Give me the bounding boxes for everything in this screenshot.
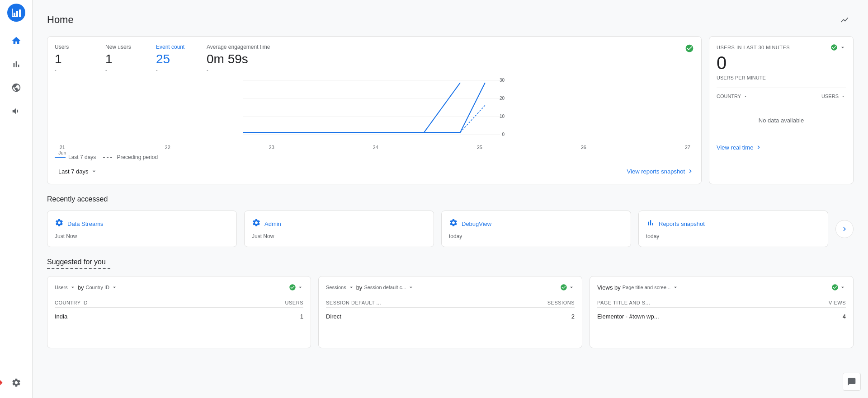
session-default-dropdown-btn[interactable]: Session default c...: [364, 284, 414, 290]
country-sort-icon: [743, 94, 748, 99]
recent-item-data-streams-time: Just Now: [55, 233, 229, 239]
recent-card-reports-snapshot[interactable]: Reports snapshot today: [638, 211, 828, 247]
recent-card-header-1: Data Streams: [55, 218, 229, 229]
recent-card-admin[interactable]: Admin Just Now: [244, 211, 434, 247]
realtime-status[interactable]: [830, 44, 846, 51]
date-range-button[interactable]: Last 7 days: [55, 166, 101, 177]
card2-table-header: SESSION DEFAULT ... SESSIONS: [326, 298, 575, 308]
metric-new-users-sub: -: [105, 67, 142, 73]
metric-new-users-value: 1: [105, 52, 142, 66]
realtime-card: USERS IN LAST 30 MINUTES 0 USERS PER MIN…: [709, 36, 854, 184]
sidebar-item-home[interactable]: [5, 30, 27, 52]
card3-dropdown-icon: [840, 284, 846, 290]
analytics-card-footer: Last 7 days View reports snapshot: [55, 166, 694, 177]
recent-card-header-3: DebugView: [449, 218, 623, 229]
realtime-table-header: COUNTRY USERS: [717, 94, 846, 99]
sidebar-item-advertising[interactable]: [5, 100, 27, 122]
realtime-country-col[interactable]: COUNTRY: [717, 94, 748, 99]
realtime-arrow-icon: [755, 144, 762, 151]
suggested-card-title-2: Sessions by Session default c...: [326, 284, 414, 291]
sidebar-item-admin[interactable]: [5, 372, 27, 393]
suggested-title: Suggested for you: [47, 258, 854, 266]
advertising-icon: [11, 106, 21, 116]
cell-india: India: [55, 313, 67, 320]
suggested-card-title-3: Views by Page title and scree...: [597, 284, 679, 291]
data-streams-icon: [55, 218, 64, 229]
realtime-sublabel: USERS PER MINUTE: [717, 75, 846, 80]
metric-engagement-value: 0m 59s: [207, 52, 270, 66]
recent-item-debugview-time: today: [449, 233, 623, 239]
legend-dashed-line: [103, 157, 114, 158]
feedback-button[interactable]: [843, 373, 861, 391]
x-label-23: 23: [269, 145, 274, 155]
analytics-logo-icon: [11, 7, 22, 18]
page-title-dropdown-btn[interactable]: Page title and scree...: [623, 284, 679, 290]
recent-item-admin-name: Admin: [264, 220, 281, 227]
recent-item-admin-time: Just Now: [252, 233, 426, 239]
realtime-title: USERS IN LAST 30 MINUTES: [717, 45, 790, 50]
sidebar-logo[interactable]: [7, 4, 25, 22]
cell-elementor: Elementor - #town wp...: [597, 313, 659, 320]
x-label-27: 27: [685, 145, 690, 155]
customize-button[interactable]: [835, 11, 854, 29]
card1-check-dropdown[interactable]: [289, 284, 303, 291]
metric-users: Users 1 -: [55, 44, 91, 73]
suggested-section: Suggested for you Users by Country ID: [47, 258, 854, 348]
recent-card-debugview[interactable]: DebugView today: [441, 211, 631, 247]
session-default-dropdown-icon: [408, 284, 414, 290]
recent-item-reports-snapshot-name: Reports snapshot: [659, 220, 705, 227]
admin-icon: [252, 218, 261, 229]
cell-views-4: 4: [843, 313, 846, 320]
metric-engagement: Average engagement time 0m 59s -: [207, 44, 270, 73]
by-label-2: by: [356, 284, 363, 291]
chart-x-labels: 21Jun 22 23 24 25 26 27: [55, 145, 694, 155]
recent-card-data-streams[interactable]: Data Streams Just Now: [47, 211, 237, 247]
users-sort-icon: [840, 94, 846, 99]
realtime-divider: [717, 88, 846, 88]
date-range-label: Last 7 days: [58, 168, 89, 175]
svg-text:30: 30: [500, 78, 505, 83]
sessions-dropdown-btn[interactable]: Sessions: [326, 284, 354, 290]
country-id-dropdown-btn[interactable]: Country ID: [85, 284, 118, 290]
realtime-users-col[interactable]: USERS: [821, 94, 846, 99]
analytics-chart: 30 20 10 0: [55, 78, 694, 141]
chat-button-container: [843, 373, 861, 391]
metric-engagement-sub: -: [207, 67, 270, 73]
metric-new-users: New users 1 -: [105, 44, 142, 73]
chevron-right-icon: [840, 225, 849, 233]
card2-check-dropdown[interactable]: [560, 284, 575, 291]
red-arrow-icon: [0, 378, 5, 387]
suggested-card-header-1: Users by Country ID: [55, 284, 303, 291]
chevron-down-small-icon: [840, 44, 846, 51]
recent-card-header-4: Reports snapshot: [646, 218, 821, 229]
users-dropdown-btn[interactable]: Users: [55, 284, 76, 290]
sidebar-item-explore[interactable]: [5, 77, 27, 98]
card1-table-header: COUNTRY ID USERS: [55, 298, 303, 308]
page-title-dropdown-icon: [672, 284, 679, 290]
analytics-card: Users 1 - New users 1 - Event count 25 -…: [47, 36, 702, 184]
legend-solid-line: [55, 157, 66, 158]
settings-icon: [11, 378, 21, 388]
recent-item-data-streams-name: Data Streams: [67, 220, 103, 227]
recent-cards-row: Data Streams Just Now Admin Just Now: [47, 211, 854, 247]
table-row: India 1: [55, 311, 303, 322]
suggested-title-text: Suggested for you: [47, 258, 106, 266]
x-label-25: 25: [477, 145, 482, 155]
cards-row: Users 1 - New users 1 - Event count 25 -…: [47, 36, 854, 184]
view-reports-link[interactable]: View reports snapshot: [627, 168, 694, 175]
chart-container: 30 20 10 0: [55, 78, 694, 150]
card1-dropdown-icon: [297, 284, 303, 290]
sessions-label: Sessions: [326, 285, 346, 290]
card3-check-dropdown[interactable]: [831, 284, 846, 291]
col-views: VIEWS: [829, 300, 846, 305]
recently-accessed-section: Recently accessed Data Streams Just Now: [47, 195, 854, 247]
cell-users-1: 1: [300, 313, 303, 320]
users-col-label: USERS: [821, 94, 839, 99]
reports-snapshot-icon: [646, 218, 655, 229]
realtime-value: 0: [717, 53, 846, 73]
card2-dropdown-icon: [568, 284, 575, 290]
sidebar-item-reports[interactable]: [5, 53, 27, 75]
recent-cards-next-button[interactable]: [835, 220, 854, 238]
home-icon: [11, 36, 21, 46]
view-realtime-link[interactable]: View real time: [717, 144, 846, 151]
